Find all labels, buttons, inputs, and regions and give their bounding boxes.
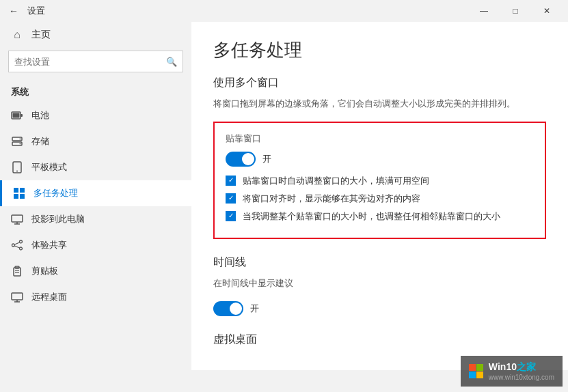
snap-option-3-checkbox[interactable] <box>226 211 236 221</box>
snap-option-1-checkbox[interactable] <box>226 176 236 186</box>
sidebar-label-multitask: 多任务处理 <box>33 187 78 199</box>
sidebar-item-storage[interactable]: 存储 <box>0 128 191 154</box>
svg-rect-21 <box>14 268 21 276</box>
snap-toggle-label: 开 <box>262 153 271 165</box>
watermark-suffix: 之家 <box>517 361 536 374</box>
search-input[interactable] <box>14 57 166 67</box>
sidebar-section-title: 系统 <box>0 81 191 102</box>
svg-point-6 <box>20 143 21 145</box>
timeline-desc: 在时间线中显示建议 <box>213 277 546 290</box>
main-layout: ⌂ 主页 🔍 系统 电池 存储 平板模式 <box>0 22 568 392</box>
sidebar-label-battery: 电池 <box>31 109 49 122</box>
snap-box-title: 贴靠窗口 <box>226 132 534 145</box>
minimize-button[interactable]: — <box>468 0 500 22</box>
snap-option-3-label: 当我调整某个贴靠窗口的大小时，也调整任何相邻贴靠窗口的大小 <box>243 210 500 223</box>
sidebar-label-shared: 体验共享 <box>31 239 67 251</box>
sidebar-item-project[interactable]: 投影到此电脑 <box>0 206 191 232</box>
snap-option-2-label: 将窗口对齐时，显示能够在其旁边对齐的内容 <box>243 193 420 205</box>
sidebar-item-tablet[interactable]: 平板模式 <box>0 154 191 180</box>
svg-point-8 <box>16 171 18 172</box>
snap-option-2-checkbox[interactable] <box>226 193 236 204</box>
timeline-toggle-label: 开 <box>250 303 259 315</box>
back-button[interactable]: ← <box>5 3 22 19</box>
home-icon: ⌂ <box>11 29 23 41</box>
restore-button[interactable]: □ <box>500 0 531 22</box>
titlebar-title: 设置 <box>27 5 45 17</box>
sidebar-item-remote[interactable]: 远程桌面 <box>0 284 191 310</box>
svg-line-19 <box>14 242 19 244</box>
sidebar-label-remote: 远程桌面 <box>31 291 67 303</box>
shared-icon <box>11 239 23 251</box>
sidebar-label-storage: 存储 <box>31 135 49 148</box>
snap-option-2-row: 将窗口对齐时，显示能够在其旁边对齐的内容 <box>226 193 534 205</box>
sidebar-item-multitask[interactable]: 多任务处理 <box>0 180 191 206</box>
battery-icon <box>11 109 23 122</box>
svg-point-18 <box>20 247 23 250</box>
timeline-toggle-row: 开 <box>213 301 546 316</box>
content-wrapper: 多任务处理 使用多个窗口 将窗口拖到屏幕的边缘或角落，它们会自动调整大小以形成完… <box>191 22 568 392</box>
svg-rect-1 <box>21 114 23 117</box>
sidebar-item-home[interactable]: ⌂ 主页 <box>0 22 191 48</box>
watermark-text-block: Win10 之家 www.win10xtong.com <box>489 361 554 381</box>
multitask-icon <box>13 187 25 199</box>
home-label: 主页 <box>31 29 51 41</box>
close-button[interactable]: ✕ <box>531 0 563 22</box>
svg-rect-2 <box>13 113 20 118</box>
sidebar-item-shared[interactable]: 体验共享 <box>0 232 191 258</box>
search-box: 🔍 <box>8 51 183 72</box>
window-controls: — □ ✕ <box>468 0 563 22</box>
svg-rect-10 <box>20 188 25 193</box>
svg-line-20 <box>14 246 19 248</box>
sidebar-item-battery[interactable]: 电池 <box>0 102 191 128</box>
virtual-desktop-title: 虚拟桌面 <box>213 333 546 347</box>
snap-option-1-label: 贴靠窗口时自动调整窗口的大小，填满可用空间 <box>243 175 429 187</box>
timeline-section: 时间线 在时间线中显示建议 开 <box>213 255 546 316</box>
sidebar-label-project: 投影到此电脑 <box>31 213 85 225</box>
titlebar: ← 设置 — □ ✕ <box>0 0 568 22</box>
sidebar: ⌂ 主页 🔍 系统 电池 存储 平板模式 <box>0 22 191 392</box>
snap-toggle[interactable] <box>226 152 256 167</box>
timeline-toggle[interactable] <box>213 301 243 316</box>
tablet-icon <box>11 161 23 173</box>
sidebar-label-clipboard: 剪贴板 <box>31 265 58 277</box>
search-icon[interactable]: 🔍 <box>166 57 177 67</box>
remote-icon <box>11 291 23 303</box>
watermark-brand: Win10 <box>489 361 517 372</box>
clipboard-icon <box>11 265 23 277</box>
sidebar-item-clipboard[interactable]: 剪贴板 <box>0 258 191 284</box>
snap-box: 贴靠窗口 开 贴靠窗口时自动调整窗口的大小，填满可用空间 将窗口对齐时，显示能够… <box>213 122 546 240</box>
storage-icon <box>11 135 23 148</box>
snap-option-1-row: 贴靠窗口时自动调整窗口的大小，填满可用空间 <box>226 175 534 187</box>
svg-rect-13 <box>12 215 23 222</box>
snap-toggle-row: 开 <box>226 152 534 167</box>
svg-point-5 <box>20 139 21 140</box>
section1-desc: 将窗口拖到屏幕的边缘或角落，它们会自动调整大小以形成完美的并排排列。 <box>213 97 546 111</box>
watermark: Win10 之家 www.win10xtong.com <box>461 356 563 387</box>
content-area: 多任务处理 使用多个窗口 将窗口拖到屏幕的边缘或角落，它们会自动调整大小以形成完… <box>191 22 568 370</box>
svg-point-17 <box>20 240 23 243</box>
svg-rect-11 <box>14 194 18 199</box>
snap-option-3-row: 当我调整某个贴靠窗口的大小时，也调整任何相邻贴靠窗口的大小 <box>226 210 534 223</box>
svg-rect-12 <box>20 194 25 199</box>
watermark-url: www.win10xtong.com <box>489 374 554 381</box>
svg-rect-9 <box>14 188 18 193</box>
svg-point-16 <box>12 244 15 247</box>
page-title: 多任务处理 <box>213 38 546 62</box>
svg-rect-25 <box>12 293 23 300</box>
sidebar-label-tablet: 平板模式 <box>31 161 67 173</box>
section1-title: 使用多个窗口 <box>213 76 546 90</box>
project-icon <box>11 213 23 225</box>
win10-logo <box>469 364 483 378</box>
timeline-title: 时间线 <box>213 255 546 270</box>
